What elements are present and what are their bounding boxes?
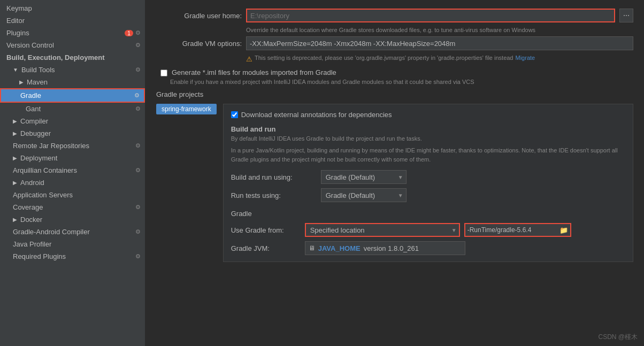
maven-label: Maven (27, 78, 48, 86)
sidebar-item-editor[interactable]: Editor (0, 14, 145, 27)
coverage-ext-icon: ⚙ (135, 204, 141, 211)
sidebar-item-gradle[interactable]: Gradle ⚙ (0, 88, 145, 103)
arquillian-label: Arquillian Containers (13, 166, 77, 174)
run-tests-using-dropdown[interactable]: Gradle (Default) IntelliJ IDEA (321, 188, 407, 202)
java-profiler-label: Java Profiler (13, 240, 51, 248)
sidebar-item-required-plugins[interactable]: Required Plugins ⚙ (0, 250, 145, 263)
debugger-label: Debugger (20, 129, 51, 137)
gradle-user-home-label: Gradle user home: (156, 12, 242, 20)
build-tools-arrow-icon: ▼ (13, 67, 18, 73)
sidebar-item-maven[interactable]: ▶ Maven (0, 76, 145, 88)
gant-ext-icon: ⚙ (135, 105, 141, 112)
gradle-jvm-row: Gradle JVM: 🖥 JAVA_HOME version 1.8.0_26… (231, 241, 625, 255)
remote-jar-ext-icon: ⚙ (135, 142, 141, 149)
sidebar-item-deployment[interactable]: ▶ Deployment (0, 152, 145, 164)
plugins-ext-icon: ⚙ (135, 29, 141, 36)
generate-iml-checkbox[interactable] (160, 70, 167, 76)
gradle-projects-title: Gradle projects (156, 90, 633, 98)
required-plugins-ext-icon: ⚙ (135, 253, 141, 260)
use-gradle-from-dropdown[interactable]: Specified location Use Gradle from wrapp… (305, 223, 460, 237)
docker-arrow-icon: ▶ (13, 217, 17, 222)
sidebar-item-debugger[interactable]: ▶ Debugger (0, 127, 145, 140)
gradle-android-label: Gradle-Android Compiler (13, 228, 90, 236)
gradle-location-input-wrap: -RunTime/gradle-5.6.4 📁 (464, 223, 571, 237)
gradle-jvm-home: JAVA_HOME (318, 244, 361, 252)
required-plugins-label: Required Plugins (13, 252, 66, 260)
generate-iml-label: Generate *.iml files for modules importe… (172, 68, 336, 76)
gradle-vm-options-input[interactable] (246, 36, 633, 50)
run-tests-using-label: Run tests using: (231, 191, 317, 199)
generate-iml-hint: Enable if you have a mixed project with … (170, 79, 633, 85)
sidebar-item-java-profiler[interactable]: Java Profiler (0, 238, 145, 250)
build-run-body: In a pure Java/Kotlin project, building … (231, 146, 625, 164)
sidebar-item-android[interactable]: ▶ Android (0, 176, 145, 189)
build-tools-label: Build Tools (21, 66, 55, 74)
sidebar-item-keymap[interactable]: Keymap (0, 2, 145, 14)
gradle-projects-panel: spring-framework Download external annot… (156, 104, 633, 262)
download-annotations-label: Download external annotations for depend… (241, 111, 392, 119)
sidebar-item-app-servers[interactable]: Application Servers (0, 189, 145, 201)
debugger-arrow-icon: ▶ (13, 130, 17, 136)
version-control-label: Version Control (6, 41, 54, 49)
gradle-user-home-row: Gradle user home: ⋯ (156, 9, 633, 22)
sidebar-item-build-tools[interactable]: ▼ Build Tools ⚙ (0, 64, 145, 76)
plugins-label: Plugins (6, 29, 29, 37)
sidebar-item-build-execution-deployment[interactable]: Build, Execution, Deployment (0, 51, 145, 64)
sidebar-item-docker[interactable]: ▶ Docker (0, 213, 145, 226)
build-run-using-row: Build and run using: Gradle (Default) In… (231, 170, 625, 184)
gradle-vm-options-label: Gradle VM options: (156, 40, 242, 48)
coverage-label: Coverage (13, 203, 43, 211)
gradle-vm-options-row: Gradle VM options: (156, 36, 633, 50)
gradle-user-home-hint: Override the default location where Grad… (246, 27, 633, 33)
use-gradle-from-dropdown-wrap: Specified location Use Gradle from wrapp… (305, 223, 460, 237)
deployment-label: Deployment (20, 154, 57, 162)
sidebar-item-version-control[interactable]: Version Control ⚙ (0, 39, 145, 51)
keymap-label: Keymap (6, 4, 32, 12)
docker-label: Docker (20, 216, 42, 224)
download-annotations-checkbox[interactable] (231, 111, 238, 118)
warn-icon: ⚠ (246, 55, 252, 63)
gradle-ext-icon: ⚙ (134, 92, 140, 99)
sidebar-item-arquillian[interactable]: Arquillian Containers ⚙ (0, 164, 145, 176)
use-gradle-from-row: Use Gradle from: Specified location Use … (231, 223, 625, 237)
gradle-location-browse-icon[interactable]: 📁 (559, 226, 568, 234)
sidebar-item-compiler[interactable]: ▶ Compiler (0, 115, 145, 127)
gradle-label: Gradle (20, 91, 41, 99)
gradle-vm-warn-row: ⚠ This setting is deprecated, please use… (246, 55, 633, 63)
build-run-hint: By default IntelliJ IDEA uses Gradle to … (231, 135, 625, 142)
plugins-badge: 1 (125, 30, 133, 36)
remote-jar-label: Remote Jar Repositories (13, 142, 89, 150)
app-servers-label: Application Servers (13, 191, 73, 199)
project-settings-panel: Download external annotations for depend… (223, 104, 633, 262)
editor-label: Editor (6, 17, 25, 25)
sidebar-item-plugins[interactable]: Plugins 1 ⚙ (0, 27, 145, 39)
use-gradle-from-label: Use Gradle from: (231, 226, 301, 234)
gradle-jvm-value-wrap[interactable]: 🖥 JAVA_HOME version 1.8.0_261 (305, 241, 465, 255)
run-tests-using-row: Run tests using: Gradle (Default) Intell… (231, 188, 625, 202)
version-control-ext-icon: ⚙ (135, 42, 141, 49)
build-run-title: Build and run (231, 125, 625, 133)
build-tools-ext-icon: ⚙ (135, 66, 141, 73)
gradle-user-home-input[interactable] (246, 9, 615, 22)
main-content: Gradle user home: ⋯ Override the default… (145, 0, 644, 346)
build-execution-label: Build, Execution, Deployment (6, 53, 104, 61)
compiler-label: Compiler (20, 117, 48, 125)
gradle-jvm-label: Gradle JVM: (231, 244, 301, 252)
gradle-android-ext-icon: ⚙ (135, 228, 141, 235)
sidebar-item-remote-jar[interactable]: Remote Jar Repositories ⚙ (0, 140, 145, 152)
build-run-using-dropdown[interactable]: Gradle (Default) IntelliJ IDEA (321, 170, 407, 184)
sidebar-item-coverage[interactable]: Coverage ⚙ (0, 201, 145, 213)
arquillian-ext-icon: ⚙ (135, 167, 141, 174)
gradle-user-home-browse-button[interactable]: ⋯ (619, 9, 633, 22)
gradle-section-title: Gradle (231, 210, 625, 218)
gradle-jvm-version: version 1.8.0_261 (364, 244, 419, 252)
build-run-using-label: Build and run using: (231, 173, 317, 181)
project-tag-spring-framework[interactable]: spring-framework (156, 104, 217, 114)
compiler-arrow-icon: ▶ (13, 118, 17, 124)
migrate-link[interactable]: Migrate (516, 55, 535, 61)
jvm-folder-icon: 🖥 (309, 244, 315, 252)
sidebar-item-gradle-android[interactable]: Gradle-Android Compiler ⚙ (0, 226, 145, 238)
sidebar-item-gant[interactable]: Gant ⚙ (0, 103, 145, 115)
gant-label: Gant (26, 105, 41, 113)
download-annotations-row: Download external annotations for depend… (231, 111, 625, 119)
